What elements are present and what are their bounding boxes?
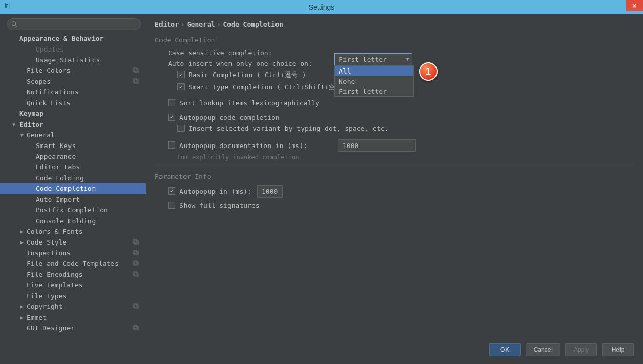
- tree-item[interactable]: Keymap: [0, 108, 146, 119]
- autopopup-checkbox[interactable]: [168, 114, 175, 121]
- tree-item-label: Editor: [0, 120, 43, 128]
- apply-button[interactable]: Apply: [565, 343, 597, 356]
- tree-item-label: Updates: [0, 45, 64, 53]
- tree-item[interactable]: Inspections: [0, 248, 146, 258]
- smart-completion-label: Smart Type Completion ( Ctrl+Shift+空格 ): [189, 83, 350, 92]
- tree-item[interactable]: Postfix Completion: [0, 205, 146, 215]
- tree-item[interactable]: Updates: [0, 44, 146, 55]
- chevron-right-icon: ▶: [19, 314, 25, 320]
- tree-item[interactable]: GUI Designer: [0, 323, 146, 332]
- tree-item-label: General: [0, 131, 55, 139]
- tree-item[interactable]: ▼Editor: [0, 119, 146, 130]
- tree-item-label: Postfix Completion: [0, 206, 108, 214]
- scope-icon: [133, 78, 139, 85]
- param-autopopup-checkbox[interactable]: [168, 187, 175, 195]
- tree-item[interactable]: Live Templates: [0, 280, 146, 290]
- svg-rect-4: [133, 79, 137, 82]
- dropdown-option-none[interactable]: None: [335, 76, 413, 86]
- insert-variant-checkbox[interactable]: [177, 125, 185, 132]
- full-signatures-checkbox[interactable]: [168, 202, 175, 209]
- tree-item-label: Code Style: [0, 238, 66, 246]
- tree-item[interactable]: File and Code Templates: [0, 258, 146, 269]
- param-autopopup-input[interactable]: [257, 185, 283, 198]
- smart-completion-checkbox[interactable]: [177, 83, 185, 90]
- scope-icon: [133, 325, 139, 332]
- tree-item[interactable]: File Types: [0, 290, 146, 301]
- full-signatures-label: Show full signatures: [179, 202, 260, 209]
- chevron-right-icon: ▶: [19, 304, 25, 309]
- autopopup-label: Autopopup code completion: [179, 114, 280, 122]
- tree-item[interactable]: Code Folding: [0, 173, 146, 183]
- svg-rect-5: [134, 80, 138, 83]
- scope-icon: [133, 250, 139, 257]
- breadcrumb-general: General: [187, 20, 215, 28]
- tree-item-label: File and Code Templates: [0, 260, 119, 268]
- tree-item-label: Scopes: [0, 78, 51, 85]
- chevron-right-icon: ▶: [19, 229, 25, 234]
- search-input[interactable]: [7, 18, 141, 30]
- tree-item[interactable]: Scopes: [0, 76, 146, 87]
- ok-button[interactable]: OK: [489, 343, 521, 356]
- tree-item-label: Usage Statistics: [0, 56, 100, 64]
- tree-item[interactable]: ▶Copyright: [0, 301, 146, 312]
- tree-item[interactable]: Editor Tabs: [0, 162, 146, 173]
- tree-item-label: Quick Lists: [0, 99, 71, 107]
- tree-item-label: Colors & Fonts: [0, 228, 83, 235]
- tree-item[interactable]: ▼General: [0, 130, 146, 140]
- tree-item[interactable]: File Colors: [0, 65, 146, 76]
- case-sensitive-select[interactable]: First letter ▼: [334, 53, 412, 65]
- tree-item[interactable]: ▶Emmet: [0, 312, 146, 323]
- scope-icon: [133, 303, 139, 310]
- svg-rect-10: [133, 261, 137, 264]
- dropdown-option-first-letter[interactable]: First letter: [335, 86, 413, 96]
- chevron-down-icon: ▼: [11, 122, 16, 127]
- cancel-button[interactable]: Cancel: [526, 343, 560, 356]
- breadcrumb: Editor›General›Code Completion: [155, 20, 634, 28]
- settings-tree[interactable]: Appearance & BehaviorUpdatesUsage Statis…: [0, 33, 146, 332]
- tree-item[interactable]: ▶Colors & Fonts: [0, 226, 146, 237]
- svg-rect-16: [133, 325, 137, 329]
- case-sensitive-label: Case sensitive completion:: [168, 49, 272, 57]
- svg-rect-8: [133, 250, 137, 254]
- autopopup-doc-input[interactable]: [338, 139, 416, 152]
- breadcrumb-code-completion: Code Completion: [223, 20, 283, 28]
- svg-rect-14: [133, 304, 137, 307]
- svg-rect-11: [134, 262, 138, 265]
- section-parameter-info: Parameter Info: [155, 173, 634, 180]
- tree-item-label: Smart Keys: [0, 142, 76, 150]
- tree-item-label: File Encodings: [0, 271, 83, 278]
- tree-item[interactable]: Auto Import: [0, 194, 146, 205]
- tree-item-label: Editor Tabs: [0, 163, 80, 171]
- param-autopopup-label: Autopopup in (ms):: [179, 188, 257, 196]
- autopopup-doc-checkbox[interactable]: [168, 141, 175, 149]
- tree-item-label: Keymap: [0, 110, 43, 117]
- sort-lex-label: Sort lookup items lexicographically: [179, 99, 319, 107]
- tree-item[interactable]: Notifications: [0, 87, 146, 98]
- sort-lex-checkbox[interactable]: [168, 99, 175, 106]
- tree-item[interactable]: File Encodings: [0, 269, 146, 280]
- tree-item-label: Copyright: [0, 303, 62, 310]
- tree-item[interactable]: Code Completion: [0, 183, 146, 194]
- tree-item-label: File Colors: [0, 67, 71, 75]
- chevron-down-icon: ▼: [403, 54, 412, 65]
- svg-rect-9: [134, 251, 138, 255]
- help-button[interactable]: Help: [602, 343, 634, 356]
- tree-item[interactable]: ▶Code Style: [0, 237, 146, 248]
- tree-item[interactable]: Smart Keys: [0, 140, 146, 151]
- svg-rect-15: [134, 305, 138, 308]
- svg-rect-17: [134, 326, 138, 330]
- close-button[interactable]: ✕: [626, 0, 643, 11]
- tree-item[interactable]: Appearance: [0, 151, 146, 162]
- scope-icon: [133, 67, 139, 75]
- tree-item[interactable]: Console Folding: [0, 215, 146, 226]
- tree-item[interactable]: Appearance & Behavior: [0, 33, 146, 44]
- tree-item[interactable]: Usage Statistics: [0, 55, 146, 65]
- app-icon: [4, 2, 14, 12]
- tree-item-label: Console Folding: [0, 217, 96, 225]
- case-sensitive-dropdown[interactable]: All None First letter: [334, 65, 414, 97]
- dropdown-option-all[interactable]: All: [335, 66, 413, 76]
- basic-completion-checkbox[interactable]: [177, 71, 185, 78]
- tree-item[interactable]: Quick Lists: [0, 98, 146, 108]
- insert-variant-label: Insert selected variant by typing dot, s…: [189, 125, 388, 132]
- window-title: Settings: [309, 3, 335, 11]
